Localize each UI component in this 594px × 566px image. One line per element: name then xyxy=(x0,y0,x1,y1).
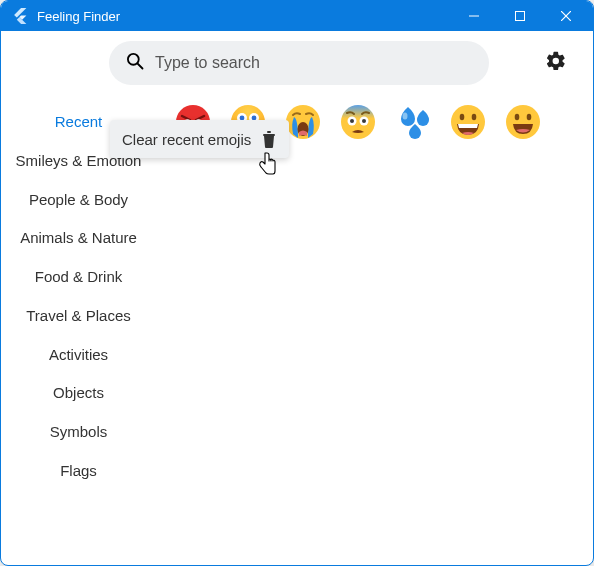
svg-point-26 xyxy=(362,119,366,123)
svg-point-24 xyxy=(350,119,354,123)
sidebar-item-objects[interactable]: Objects xyxy=(1,374,156,413)
emoji-grinning-face[interactable] xyxy=(449,103,487,141)
svg-point-32 xyxy=(515,114,520,120)
sidebar-item-travel-places[interactable]: Travel & Places xyxy=(1,297,156,336)
sidebar-item-flags[interactable]: Flags xyxy=(1,452,156,491)
emoji-grid xyxy=(156,89,593,565)
svg-point-33 xyxy=(527,114,532,120)
svg-point-27 xyxy=(403,113,408,120)
gear-icon xyxy=(545,58,567,75)
sidebar-item-food-drink[interactable]: Food & Drink xyxy=(1,258,156,297)
main-body: Recent Smileys & Emotion People & Body A… xyxy=(1,89,593,565)
app-window: Feeling Finder Recent Sm xyxy=(0,0,594,566)
sidebar-item-activities[interactable]: Activities xyxy=(1,336,156,375)
flutter-logo xyxy=(11,7,29,25)
svg-line-8 xyxy=(138,64,143,69)
search-field[interactable] xyxy=(109,41,489,85)
sidebar-item-people-body[interactable]: People & Body xyxy=(1,181,156,220)
sidebar-item-symbols[interactable]: Symbols xyxy=(1,413,156,452)
context-menu-label: Clear recent emojis xyxy=(122,131,251,148)
emoji-sweat-droplets[interactable] xyxy=(394,103,432,141)
minimize-button[interactable] xyxy=(451,1,497,31)
emoji-star-struck[interactable] xyxy=(504,103,542,141)
emoji-fearful-face[interactable] xyxy=(339,103,377,141)
svg-rect-34 xyxy=(263,134,275,136)
toolbar xyxy=(1,31,593,89)
window-title: Feeling Finder xyxy=(37,9,451,24)
settings-button[interactable] xyxy=(539,44,573,82)
context-menu-clear-recent[interactable]: Clear recent emojis xyxy=(110,120,289,158)
svg-point-22 xyxy=(341,105,375,139)
search-input[interactable] xyxy=(155,54,473,72)
svg-rect-35 xyxy=(267,131,271,133)
maximize-button[interactable] xyxy=(497,1,543,31)
titlebar: Feeling Finder xyxy=(1,1,593,31)
search-icon xyxy=(125,51,145,75)
sidebar: Recent Smileys & Emotion People & Body A… xyxy=(1,89,156,565)
sidebar-item-animals-nature[interactable]: Animals & Nature xyxy=(1,219,156,258)
close-button[interactable] xyxy=(543,1,589,31)
svg-point-30 xyxy=(472,114,477,120)
svg-point-29 xyxy=(460,114,465,120)
trash-icon xyxy=(261,130,277,148)
svg-rect-4 xyxy=(516,12,525,21)
emoji-loudly-crying-face[interactable] xyxy=(284,103,322,141)
